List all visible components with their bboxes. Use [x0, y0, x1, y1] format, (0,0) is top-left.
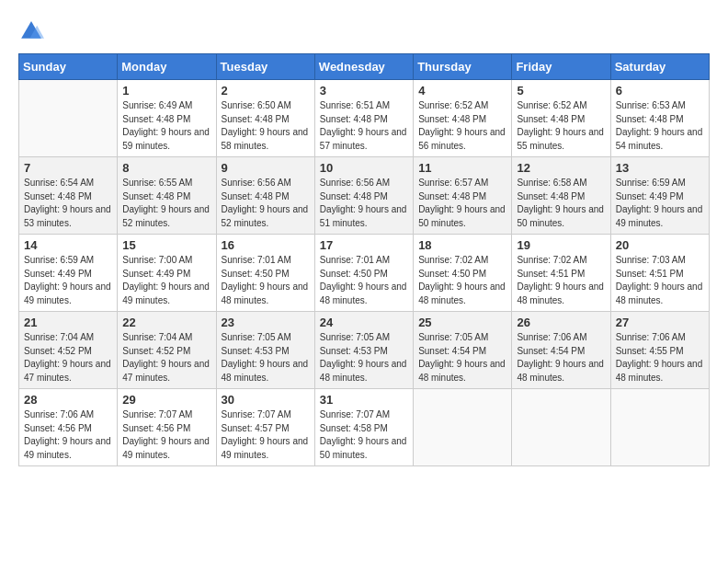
day-info: Sunrise: 7:00 AMSunset: 4:49 PMDaylight:… [122, 254, 210, 307]
calendar-cell: 9Sunrise: 6:56 AMSunset: 4:48 PMDaylight… [216, 157, 314, 235]
calendar-cell: 26Sunrise: 7:06 AMSunset: 4:54 PMDayligh… [512, 312, 610, 389]
calendar-cell [610, 389, 709, 466]
day-info: Sunrise: 6:56 AMSunset: 4:48 PMDaylight:… [222, 177, 310, 230]
day-number: 16 [222, 238, 310, 252]
day-number: 1 [122, 84, 210, 98]
day-number: 20 [616, 238, 704, 252]
header-sunday: Sunday [19, 54, 118, 80]
calendar-cell: 18Sunrise: 7:02 AMSunset: 4:50 PMDayligh… [414, 235, 512, 312]
calendar-cell: 31Sunrise: 7:07 AMSunset: 4:58 PMDayligh… [314, 389, 413, 466]
calendar-cell: 10Sunrise: 6:56 AMSunset: 4:48 PMDayligh… [314, 157, 413, 235]
day-number: 24 [320, 316, 408, 329]
calendar-cell: 19Sunrise: 7:02 AMSunset: 4:51 PMDayligh… [512, 235, 610, 312]
day-number: 10 [320, 161, 408, 175]
day-number: 6 [616, 84, 704, 98]
calendar-cell: 13Sunrise: 6:59 AMSunset: 4:49 PMDayligh… [610, 157, 709, 235]
day-number: 27 [616, 316, 704, 329]
day-info: Sunrise: 7:06 AMSunset: 4:55 PMDaylight:… [616, 331, 704, 385]
calendar-week-row: 14Sunrise: 6:59 AMSunset: 4:49 PMDayligh… [19, 235, 710, 312]
day-info: Sunrise: 6:50 AMSunset: 4:48 PMDaylight:… [222, 99, 310, 153]
calendar-cell: 24Sunrise: 7:05 AMSunset: 4:53 PMDayligh… [314, 312, 413, 389]
day-number: 4 [418, 84, 506, 98]
day-info: Sunrise: 7:03 AMSunset: 4:51 PMDaylight:… [616, 254, 704, 307]
day-info: Sunrise: 6:51 AMSunset: 4:48 PMDaylight:… [320, 99, 408, 153]
day-number: 9 [222, 161, 310, 175]
day-info: Sunrise: 7:02 AMSunset: 4:51 PMDaylight:… [517, 254, 605, 307]
day-number: 31 [320, 393, 408, 407]
day-info: Sunrise: 7:06 AMSunset: 4:56 PMDaylight:… [24, 408, 112, 462]
day-number: 28 [24, 393, 112, 407]
calendar-cell: 25Sunrise: 7:05 AMSunset: 4:54 PMDayligh… [414, 312, 512, 389]
day-info: Sunrise: 6:49 AMSunset: 4:48 PMDaylight:… [122, 99, 210, 153]
day-number: 25 [418, 316, 506, 329]
calendar-header-row: SundayMondayTuesdayWednesdayThursdayFrid… [19, 54, 710, 80]
day-number: 30 [222, 393, 310, 407]
day-number: 22 [122, 316, 210, 329]
day-number: 21 [24, 316, 112, 329]
day-number: 19 [517, 238, 605, 252]
calendar-table: SundayMondayTuesdayWednesdayThursdayFrid… [18, 53, 710, 466]
day-info: Sunrise: 7:06 AMSunset: 4:54 PMDaylight:… [517, 331, 605, 385]
day-info: Sunrise: 7:07 AMSunset: 4:56 PMDaylight:… [122, 408, 210, 462]
header-thursday: Thursday [414, 54, 512, 80]
day-number: 12 [517, 161, 605, 175]
day-info: Sunrise: 7:07 AMSunset: 4:57 PMDaylight:… [222, 408, 310, 462]
day-info: Sunrise: 7:02 AMSunset: 4:50 PMDaylight:… [418, 254, 506, 307]
calendar-cell: 17Sunrise: 7:01 AMSunset: 4:50 PMDayligh… [314, 235, 413, 312]
calendar-cell: 29Sunrise: 7:07 AMSunset: 4:56 PMDayligh… [118, 389, 216, 466]
calendar-cell: 5Sunrise: 6:52 AMSunset: 4:48 PMDaylight… [512, 80, 610, 157]
calendar-cell [512, 389, 610, 466]
calendar-week-row: 7Sunrise: 6:54 AMSunset: 4:48 PMDaylight… [19, 157, 710, 235]
header-monday: Monday [118, 54, 216, 80]
page-header [18, 18, 710, 44]
calendar-cell: 14Sunrise: 6:59 AMSunset: 4:49 PMDayligh… [19, 235, 118, 312]
day-number: 5 [517, 84, 605, 98]
day-number: 15 [122, 238, 210, 252]
calendar-cell: 22Sunrise: 7:04 AMSunset: 4:52 PMDayligh… [118, 312, 216, 389]
calendar-cell: 11Sunrise: 6:57 AMSunset: 4:48 PMDayligh… [414, 157, 512, 235]
calendar-cell: 15Sunrise: 7:00 AMSunset: 4:49 PMDayligh… [118, 235, 216, 312]
calendar-week-row: 1Sunrise: 6:49 AMSunset: 4:48 PMDaylight… [19, 80, 710, 157]
calendar-cell: 30Sunrise: 7:07 AMSunset: 4:57 PMDayligh… [216, 389, 314, 466]
day-info: Sunrise: 6:52 AMSunset: 4:48 PMDaylight:… [517, 99, 605, 153]
day-info: Sunrise: 6:52 AMSunset: 4:48 PMDaylight:… [418, 99, 506, 153]
calendar-cell: 23Sunrise: 7:05 AMSunset: 4:53 PMDayligh… [216, 312, 314, 389]
calendar-cell: 7Sunrise: 6:54 AMSunset: 4:48 PMDaylight… [19, 157, 118, 235]
calendar-cell: 20Sunrise: 7:03 AMSunset: 4:51 PMDayligh… [610, 235, 709, 312]
day-info: Sunrise: 7:04 AMSunset: 4:52 PMDaylight:… [122, 331, 210, 385]
day-number: 14 [24, 238, 112, 252]
day-number: 8 [122, 161, 210, 175]
day-number: 3 [320, 84, 408, 98]
day-info: Sunrise: 7:05 AMSunset: 4:53 PMDaylight:… [222, 331, 310, 385]
day-info: Sunrise: 6:57 AMSunset: 4:48 PMDaylight:… [418, 177, 506, 230]
day-info: Sunrise: 7:01 AMSunset: 4:50 PMDaylight:… [222, 254, 310, 307]
day-info: Sunrise: 7:05 AMSunset: 4:53 PMDaylight:… [320, 331, 408, 385]
header-tuesday: Tuesday [216, 54, 314, 80]
day-info: Sunrise: 7:07 AMSunset: 4:58 PMDaylight:… [320, 408, 408, 462]
day-number: 7 [24, 161, 112, 175]
logo [18, 18, 48, 44]
day-number: 18 [418, 238, 506, 252]
calendar-cell: 12Sunrise: 6:58 AMSunset: 4:48 PMDayligh… [512, 157, 610, 235]
day-info: Sunrise: 6:56 AMSunset: 4:48 PMDaylight:… [320, 177, 408, 230]
logo-icon [18, 18, 44, 44]
day-number: 13 [616, 161, 704, 175]
calendar-cell: 27Sunrise: 7:06 AMSunset: 4:55 PMDayligh… [610, 312, 709, 389]
calendar-cell [414, 389, 512, 466]
calendar-week-row: 28Sunrise: 7:06 AMSunset: 4:56 PMDayligh… [19, 389, 710, 466]
header-wednesday: Wednesday [314, 54, 413, 80]
header-saturday: Saturday [610, 54, 709, 80]
calendar-cell [19, 80, 118, 157]
day-info: Sunrise: 6:53 AMSunset: 4:48 PMDaylight:… [616, 99, 704, 153]
calendar-cell: 8Sunrise: 6:55 AMSunset: 4:48 PMDaylight… [118, 157, 216, 235]
calendar-cell: 6Sunrise: 6:53 AMSunset: 4:48 PMDaylight… [610, 80, 709, 157]
day-info: Sunrise: 6:59 AMSunset: 4:49 PMDaylight:… [24, 254, 112, 307]
day-info: Sunrise: 6:59 AMSunset: 4:49 PMDaylight:… [616, 177, 704, 230]
calendar-cell: 1Sunrise: 6:49 AMSunset: 4:48 PMDaylight… [118, 80, 216, 157]
day-number: 23 [222, 316, 310, 329]
calendar-cell: 4Sunrise: 6:52 AMSunset: 4:48 PMDaylight… [414, 80, 512, 157]
day-info: Sunrise: 7:04 AMSunset: 4:52 PMDaylight:… [24, 331, 112, 385]
calendar-cell: 28Sunrise: 7:06 AMSunset: 4:56 PMDayligh… [19, 389, 118, 466]
day-info: Sunrise: 6:55 AMSunset: 4:48 PMDaylight:… [122, 177, 210, 230]
header-friday: Friday [512, 54, 610, 80]
